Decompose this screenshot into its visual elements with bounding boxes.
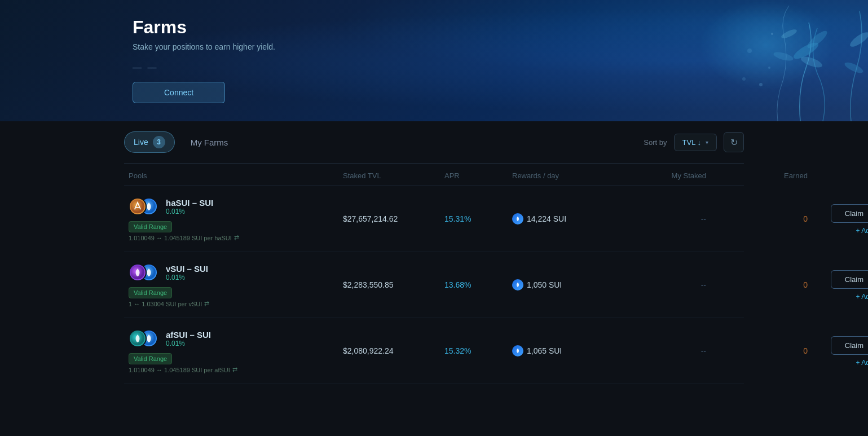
pool-name: vSUI – SUI: [166, 264, 208, 274]
staked-tvl-cell: $2,080,922.24: [338, 346, 440, 356]
apr-cell: 15.31%: [440, 214, 508, 224]
swap-icon: ⇄: [234, 234, 239, 241]
farms-list: haSUI – SUI 0.01% Valid Range 1.010049 ↔…: [124, 186, 744, 384]
actions-cell-afsui-sui: Claim ▾ + Add liquidity: [812, 335, 868, 367]
chevron-down-icon: ▾: [706, 139, 708, 146]
valid-range-badge: Valid Range: [129, 221, 172, 232]
apr-value: 13.68%: [444, 280, 471, 289]
tab-my-farms[interactable]: My Farms: [188, 134, 231, 151]
claim-button-afsui-sui[interactable]: Claim: [831, 336, 868, 355]
col-header-my-staked: My Staked: [620, 171, 711, 180]
my-staked-cell: --: [620, 280, 711, 289]
tvl-value: $27,657,214.62: [343, 214, 398, 223]
sort-section: Sort by TVL ↓ ▾ ↻: [644, 132, 744, 152]
valid-range-badge: Valid Range: [129, 353, 172, 364]
connect-button[interactable]: Connect: [133, 82, 225, 103]
sort-dropdown[interactable]: TVL ↓ ▾: [674, 134, 717, 151]
swap-icon: ⇄: [232, 366, 237, 373]
apr-cell: 15.32%: [440, 346, 508, 356]
apr-value: 15.32%: [444, 346, 471, 355]
actions-row: Claim ▾: [831, 335, 868, 355]
rewards-value: 1,065 SUI: [527, 346, 562, 355]
token1-icon: [129, 329, 147, 347]
pool-info-vsui-sui: vSUI – SUI 0.01% Valid Range 1 ↔ 1.03004…: [124, 262, 338, 307]
pool-info-hasui-sui: haSUI – SUI 0.01% Valid Range 1.010049 ↔…: [124, 196, 338, 241]
tab-live-badge: 3: [153, 136, 165, 148]
table-header: Pools Staked TVL APR Rewards / day My St…: [124, 164, 744, 186]
range-text: 1 ↔ 1.03004 SUI per vSUI ⇄: [129, 300, 334, 307]
col-header-pools: Pools: [124, 171, 338, 180]
tab-live[interactable]: Live 3: [124, 131, 175, 153]
token-icons: [129, 196, 160, 217]
sort-label: Sort by: [644, 138, 667, 147]
pool-fee: 0.01%: [166, 208, 213, 215]
rewards-cell: 1,065 SUI: [508, 345, 620, 356]
page-subtitle: Stake your positions to earn higher yiel…: [133, 42, 868, 51]
col-header-staked-tvl: Staked TVL: [338, 171, 440, 180]
staked-tvl-cell: $2,283,550.85: [338, 280, 440, 290]
pool-info-afsui-sui: afSUI – SUI 0.01% Valid Range 1.010049 ↔…: [124, 328, 338, 373]
refresh-button[interactable]: ↻: [724, 132, 744, 152]
claim-button-vsui-sui[interactable]: Claim: [831, 270, 868, 289]
hero-section: Farms Stake your positions to earn highe…: [0, 0, 868, 121]
sort-value: TVL ↓: [682, 138, 701, 147]
hero-dashes: — —: [133, 63, 868, 73]
pool-name-row: afSUI – SUI 0.01%: [129, 328, 334, 349]
pool-fee: 0.01%: [166, 274, 208, 281]
add-liquidity-link-hasui-sui[interactable]: + Add liquidity: [856, 227, 868, 235]
earned-cell: 0: [711, 280, 812, 289]
tabs-bar: Live 3 My Farms Sort by TVL ↓ ▾ ↻: [124, 121, 744, 164]
valid-range-badge: Valid Range: [129, 287, 172, 298]
token-icons: [129, 262, 160, 283]
col-header-rewards-day: Rewards / day: [508, 171, 620, 180]
pool-name-row: vSUI – SUI 0.01%: [129, 262, 334, 283]
token1-icon: [129, 263, 147, 281]
my-staked-cell: --: [620, 214, 711, 223]
pool-name-row: haSUI – SUI 0.01%: [129, 196, 334, 217]
rewards-cell: 14,224 SUI: [508, 213, 620, 224]
col-header-actions: Actions: [812, 171, 868, 180]
actions-row: Claim ▾: [831, 203, 868, 223]
token1-icon: [129, 197, 147, 215]
tvl-value: $2,283,550.85: [343, 280, 394, 289]
pool-name: afSUI – SUI: [166, 330, 211, 340]
apr-value: 15.31%: [444, 214, 471, 223]
page-title: Farms: [133, 17, 868, 38]
pool-name: haSUI – SUI: [166, 198, 213, 208]
earned-cell: 0: [711, 346, 812, 355]
farm-row-hasui-sui: haSUI – SUI 0.01% Valid Range 1.010049 ↔…: [124, 186, 744, 252]
claim-button-hasui-sui[interactable]: Claim: [831, 204, 868, 223]
swap-icon: ⇄: [204, 300, 209, 307]
add-liquidity-link-vsui-sui[interactable]: + Add liquidity: [856, 293, 868, 301]
tab-live-label: Live: [134, 138, 148, 147]
rewards-value: 1,050 SUI: [527, 280, 562, 289]
apr-cell: 13.68%: [440, 280, 508, 290]
hero-content: Farms Stake your positions to earn highe…: [0, 0, 868, 103]
col-header-earned: Earned: [711, 171, 812, 180]
range-text: 1.010049 ↔ 1.045189 SUI per afSUI ⇄: [129, 366, 334, 373]
farm-row-vsui-sui: vSUI – SUI 0.01% Valid Range 1 ↔ 1.03004…: [124, 252, 744, 318]
tvl-value: $2,080,922.24: [343, 346, 394, 355]
farm-row-afsui-sui: afSUI – SUI 0.01% Valid Range 1.010049 ↔…: [124, 318, 744, 384]
actions-row: Claim ▾: [831, 269, 868, 289]
earned-cell: 0: [711, 214, 812, 223]
staked-tvl-cell: $27,657,214.62: [338, 214, 440, 224]
my-staked-cell: --: [620, 346, 711, 355]
pool-fee: 0.01%: [166, 340, 211, 347]
add-liquidity-link-afsui-sui[interactable]: + Add liquidity: [856, 359, 868, 367]
actions-cell-hasui-sui: Claim ▾ + Add liquidity: [812, 203, 868, 235]
rewards-value: 14,224 SUI: [527, 214, 566, 223]
rewards-cell: 1,050 SUI: [508, 279, 620, 290]
actions-cell-vsui-sui: Claim ▾ + Add liquidity: [812, 269, 868, 301]
main-content: Live 3 My Farms Sort by TVL ↓ ▾ ↻ Pools …: [0, 121, 868, 436]
col-header-apr: APR: [440, 171, 508, 180]
range-text: 1.010049 ↔ 1.045189 SUI per haSUI ⇄: [129, 234, 334, 241]
token-icons: [129, 328, 160, 349]
